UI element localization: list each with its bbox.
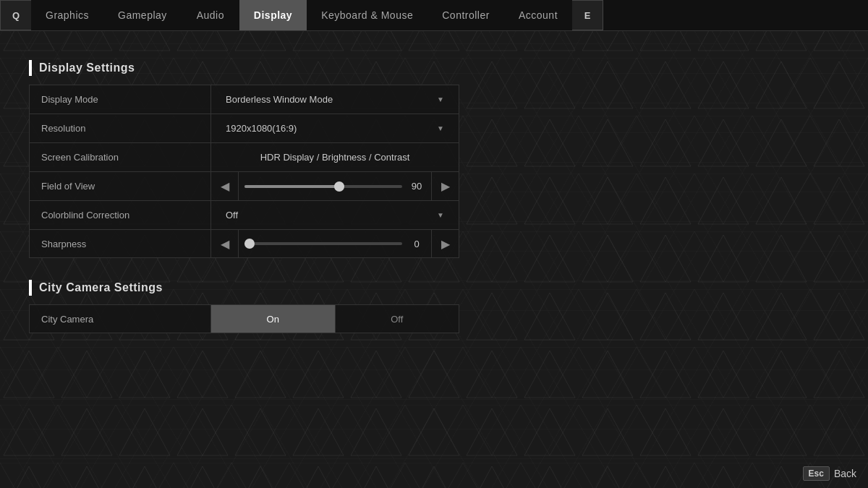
row-screen-calibration: Screen Calibration HDR Display / Brightn…	[29, 142, 459, 171]
row-resolution: Resolution 1920x1080(16:9) ▼	[29, 114, 459, 142]
q-icon-label: Q	[12, 10, 20, 21]
toggle-city-camera-on[interactable]: On	[211, 305, 335, 333]
row-display-mode: Display Mode Borderless Window Mode ▼	[29, 85, 459, 114]
navbar: Q Graphics Gameplay Audio Display Keyboa…	[0, 0, 868, 31]
label-field-of-view: Field of View	[30, 181, 210, 192]
sharpness-value: 0	[408, 239, 425, 249]
control-sharpness: ◀ 0 ▶	[210, 230, 459, 257]
fov-value: 90	[408, 181, 425, 192]
sharpness-increase-button[interactable]: ▶	[431, 229, 459, 258]
label-resolution: Resolution	[30, 123, 210, 134]
esc-badge: Esc	[803, 466, 830, 481]
label-screen-calibration: Screen Calibration	[30, 152, 210, 163]
nav-label-account: Account	[519, 9, 558, 21]
sharpness-track	[244, 242, 402, 245]
nav-item-account[interactable]: Account	[504, 0, 572, 30]
nav-label-keyboard-mouse: Keyboard & Mouse	[321, 9, 413, 21]
chevron-down-icon-resolution: ▼	[437, 124, 444, 132]
nav-icon-e[interactable]: E	[572, 0, 603, 30]
dropdown-display-mode[interactable]: Borderless Window Mode ▼	[218, 94, 451, 105]
sharpness-decrease-button[interactable]: ◀	[211, 229, 239, 258]
control-display-mode[interactable]: Borderless Window Mode ▼	[210, 85, 459, 114]
row-colorblind-correction: Colorblind Correction Off ▼	[29, 200, 459, 229]
dropdown-value-display-mode: Borderless Window Mode	[226, 94, 333, 105]
nav-label-audio: Audio	[197, 9, 224, 21]
display-settings-heading: Display Settings	[29, 60, 839, 76]
fov-decrease-button[interactable]: ◀	[211, 172, 239, 201]
city-camera-settings-title: City Camera Settings	[39, 281, 163, 294]
toggle-on-label: On	[267, 314, 279, 325]
toggle-city-camera-off[interactable]: Off	[335, 305, 459, 333]
fov-increase-button[interactable]: ▶	[431, 172, 459, 201]
chevron-down-icon: ▼	[437, 95, 444, 103]
sharpness-thumb[interactable]	[244, 239, 255, 249]
dropdown-resolution[interactable]: 1920x1080(16:9) ▼	[218, 123, 451, 134]
control-city-camera: On Off	[210, 305, 459, 333]
display-settings-table: Display Mode Borderless Window Mode ▼ Re…	[29, 85, 459, 258]
control-colorblind-correction[interactable]: Off ▼	[210, 201, 459, 229]
back-label: Back	[834, 468, 856, 479]
slider-fov: ◀ 90 ▶	[211, 172, 459, 201]
nav-item-display[interactable]: Display	[239, 0, 307, 30]
main-content: Display Settings Display Mode Borderless…	[0, 31, 868, 348]
sharpness-track-area: 0	[239, 239, 431, 249]
dropdown-colorblind[interactable]: Off ▼	[218, 210, 451, 221]
control-screen-calibration[interactable]: HDR Display / Brightness / Contrast	[210, 143, 459, 171]
section-bar	[29, 60, 32, 76]
city-camera-settings-heading: City Camera Settings	[29, 280, 839, 296]
fov-thumb[interactable]	[334, 181, 344, 192]
row-city-camera: City Camera On Off	[29, 304, 459, 333]
dropdown-value-resolution: 1920x1080(16:9)	[226, 123, 297, 134]
nav-item-audio[interactable]: Audio	[182, 0, 239, 30]
nav-label-controller: Controller	[442, 9, 490, 21]
dropdown-value-colorblind: Off	[226, 210, 238, 221]
nav-label-gameplay: Gameplay	[118, 9, 167, 21]
label-display-mode: Display Mode	[30, 94, 210, 105]
e-icon-label: E	[584, 10, 591, 21]
nav-label-graphics: Graphics	[46, 9, 89, 21]
toggle-off-label: Off	[391, 314, 403, 325]
fov-fill	[244, 185, 339, 188]
nav-label-display: Display	[254, 9, 292, 21]
section-bar-city	[29, 280, 32, 296]
control-resolution[interactable]: 1920x1080(16:9) ▼	[210, 114, 459, 142]
label-colorblind-correction: Colorblind Correction	[30, 210, 210, 221]
row-sharpness: Sharpness ◀ 0 ▶	[29, 229, 459, 258]
nav-item-keyboard-mouse[interactable]: Keyboard & Mouse	[307, 0, 427, 30]
footer: Esc Back	[791, 459, 868, 488]
nav-item-controller[interactable]: Controller	[427, 0, 504, 30]
nav-item-graphics[interactable]: Graphics	[31, 0, 103, 30]
city-camera-settings-table: City Camera On Off	[29, 304, 459, 333]
label-sharpness: Sharpness	[30, 239, 210, 249]
label-city-camera: City Camera	[30, 314, 210, 325]
toggle-city-camera: On Off	[211, 305, 459, 333]
control-field-of-view: ◀ 90 ▶	[210, 172, 459, 200]
slider-sharpness: ◀ 0 ▶	[211, 229, 459, 258]
fov-track-area: 90	[239, 181, 431, 192]
row-field-of-view: Field of View ◀ 90 ▶	[29, 171, 459, 200]
fov-track	[244, 185, 402, 188]
nav-icon-q[interactable]: Q	[0, 0, 31, 30]
display-settings-title: Display Settings	[39, 61, 135, 74]
screen-calibration-link[interactable]: HDR Display / Brightness / Contrast	[218, 152, 451, 163]
nav-item-gameplay[interactable]: Gameplay	[103, 0, 182, 30]
chevron-down-icon-colorblind: ▼	[437, 211, 444, 219]
